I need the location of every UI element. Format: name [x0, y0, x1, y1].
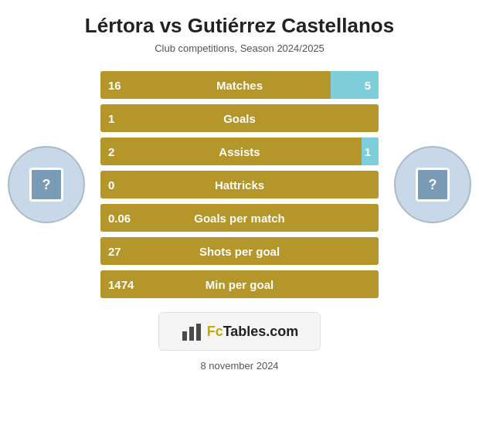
stat-left-val-goals-per-match: 0.06 — [100, 212, 139, 225]
stat-left-val-assists: 2 — [100, 145, 139, 158]
svg-rect-0 — [182, 331, 187, 341]
stat-label-matches: Matches — [139, 79, 340, 92]
stat-right-val-assists: 1 — [340, 145, 379, 158]
page-title: Lértora vs Gutiérrez Castellanos — [85, 14, 394, 38]
stats-table: 16Matches51Goals 2Assists10Hattricks 0.0… — [100, 71, 379, 298]
stat-left-val-matches: 16 — [100, 79, 139, 92]
stat-left-val-goals: 1 — [100, 112, 139, 125]
stat-row-hattricks: 0Hattricks — [100, 171, 379, 199]
avatar-right: ? — [394, 146, 471, 223]
stat-row-goals: 1Goals — [100, 104, 379, 132]
svg-rect-1 — [189, 327, 194, 341]
fctables-icon — [181, 321, 202, 342]
stat-label-goals-per-match: Goals per match — [139, 212, 340, 225]
logo-text: FcTables.com — [207, 324, 299, 340]
page-subtitle: Club competitions, Season 2024/2025 — [155, 42, 324, 54]
logo-text-tables: Tables.com — [223, 324, 299, 339]
stat-left-val-hattricks: 0 — [100, 178, 139, 192]
avatar-right-placeholder: ? — [416, 168, 450, 202]
stat-label-shots-per-goal: Shots per goal — [139, 245, 340, 258]
stat-label-goals: Goals — [139, 112, 340, 125]
comparison-area: ? 16Matches51Goals 2Assists10Hattricks 0… — [8, 71, 471, 298]
stat-row-assists: 2Assists1 — [100, 137, 379, 165]
stat-left-val-min-per-goal: 1474 — [100, 278, 139, 291]
svg-rect-2 — [196, 324, 201, 341]
logo-text-fc: Fc — [207, 324, 223, 339]
stat-label-min-per-goal: Min per goal — [139, 278, 340, 291]
stat-label-assists: Assists — [139, 145, 340, 158]
logo-area: FcTables.com — [158, 312, 321, 351]
stats-wrapper: 16Matches51Goals 2Assists10Hattricks 0.0… — [23, 71, 456, 298]
stat-row-matches: 16Matches5 — [100, 71, 379, 99]
stat-label-hattricks: Hattricks — [139, 178, 340, 192]
stat-right-val-matches: 5 — [340, 79, 379, 92]
page-container: Lértora vs Gutiérrez Castellanos Club co… — [0, 0, 479, 448]
stat-row-goals-per-match: 0.06Goals per match — [100, 204, 379, 232]
stat-left-val-shots-per-goal: 27 — [100, 245, 139, 258]
date-text: 8 november 2024 — [200, 360, 278, 372]
stat-row-min-per-goal: 1474Min per goal — [100, 270, 379, 298]
stat-row-shots-per-goal: 27Shots per goal — [100, 237, 379, 265]
